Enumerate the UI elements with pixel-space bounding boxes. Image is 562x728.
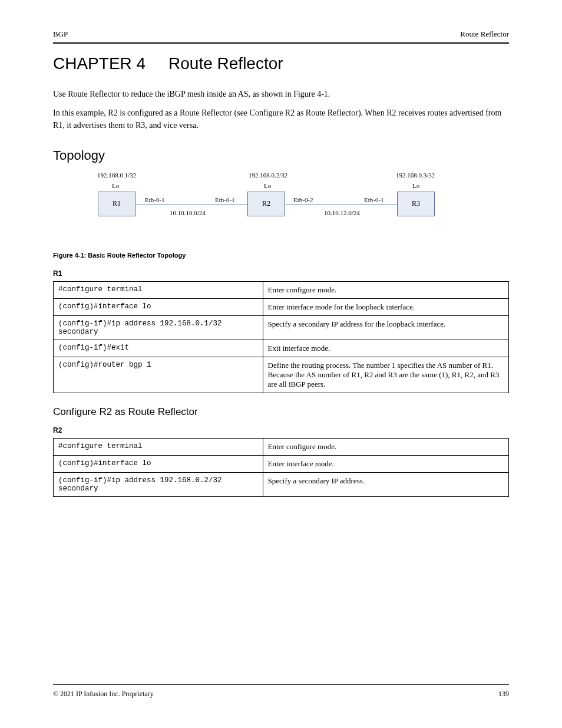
r3-eth-left: Eth-0-1: [364, 196, 384, 203]
description-cell: Specify a secondary IP address for the l…: [263, 315, 508, 340]
subheading-r2: Configure R2 as Route Reflector: [53, 406, 509, 418]
net23: 10.10.12.0/24: [324, 209, 360, 216]
table-row: (config)#router bgp 1Define the routing …: [54, 357, 509, 393]
description-cell: Enter configure mode.: [263, 281, 508, 298]
command-cell: (config)#router bgp 1: [54, 357, 263, 393]
table-row: (config-if)#ip address 192.168.0.1/32 se…: [54, 315, 509, 340]
r2-eth-right: Eth-0-2: [293, 196, 313, 203]
chapter-number: CHAPTER 4: [53, 54, 146, 73]
r1-label: R1: [113, 199, 121, 208]
table-row: (config-if)#exitExit interface mode.: [54, 340, 509, 357]
r2-ip: 192.168.0.2/32: [249, 172, 287, 179]
footer-right: 139: [498, 690, 509, 699]
command-cell: #configure terminal: [54, 281, 263, 298]
description-cell: Exit interface mode.: [263, 340, 508, 357]
router-r2: R2: [247, 192, 285, 216]
r3-ip: 192.168.0.3/32: [396, 172, 435, 179]
header-right: Route Reflector: [460, 29, 509, 39]
command-cell: (config-if)#exit: [54, 340, 263, 357]
intro-p2-link[interactable]: Configure R2 as Route Reflector: [250, 108, 358, 117]
r1-ip: 192.168.0.1/32: [97, 172, 136, 179]
r2-eth-left: Eth-0-1: [215, 196, 235, 203]
link-r2-r3: [285, 204, 397, 205]
description-cell: Enter configure mode.: [263, 438, 508, 455]
table-row: (config)#interface loEnter interface mod…: [54, 455, 509, 472]
table-row: #configure terminalEnter configure mode.: [54, 438, 509, 455]
chapter-block: CHAPTER 4 Route Reflector: [53, 54, 509, 73]
r3-lo: Lo: [412, 182, 419, 189]
table-row: (config-if)#ip address 192.168.0.2/32 se…: [54, 472, 509, 496]
net12: 10.10.10.0/24: [170, 209, 206, 216]
intro-paragraph-2: In this example, R2 is configured as a R…: [53, 107, 509, 131]
command-cell: #configure terminal: [54, 438, 263, 455]
page-footer: © 2021 IP Infusion Inc. Proprietary 139: [53, 684, 509, 699]
r1-eth: Eth-0-1: [145, 196, 165, 203]
r3-label: R3: [412, 199, 420, 208]
description-cell: Enter interface mode for the loopback in…: [263, 298, 508, 315]
table-r2: #configure terminalEnter configure mode.…: [53, 438, 509, 497]
description-cell: Define the routing process. The number 1…: [263, 357, 508, 393]
command-cell: (config-if)#ip address 192.168.0.2/32 se…: [54, 472, 263, 496]
device-r1-label: R1: [53, 269, 509, 278]
table-row: #configure terminalEnter configure mode.: [54, 281, 509, 298]
r2-label: R2: [262, 199, 270, 208]
link-r1-r2: [135, 204, 247, 205]
table-r1: #configure terminalEnter configure mode.…: [53, 281, 509, 393]
router-r3: R3: [397, 192, 435, 216]
router-r1: R1: [98, 192, 135, 216]
footer-left: © 2021 IP Infusion Inc. Proprietary: [53, 690, 154, 699]
r2-lo: Lo: [264, 182, 271, 189]
description-cell: Specify a secondary IP address.: [263, 472, 508, 496]
device-r2-label: R2: [53, 426, 509, 434]
topology-diagram: 192.168.0.1/32 Lo R1 Eth-0-1 Eth-0-1 10.…: [53, 172, 509, 259]
r1-lo: Lo: [112, 182, 119, 189]
intro-p2a: In this example, R2 is configured as a R…: [53, 108, 250, 117]
section-topology: Topology: [53, 148, 509, 163]
command-cell: (config)#interface lo: [54, 298, 263, 315]
page-header: BGP Route Reflector: [53, 29, 509, 44]
command-cell: (config-if)#ip address 192.168.0.1/32 se…: [54, 315, 263, 340]
table-row: (config)#interface loEnter interface mod…: [54, 298, 509, 315]
chapter-title-text: Route Reflector: [168, 54, 283, 73]
description-cell: Enter interface mode.: [263, 455, 508, 472]
command-cell: (config)#interface lo: [54, 455, 263, 472]
figure-caption: Figure 4-1: Basic Route Reflector Topolo…: [53, 252, 509, 259]
intro-paragraph-1: Use Route Reflector to reduce the iBGP m…: [53, 88, 509, 100]
header-left: BGP: [53, 29, 68, 39]
